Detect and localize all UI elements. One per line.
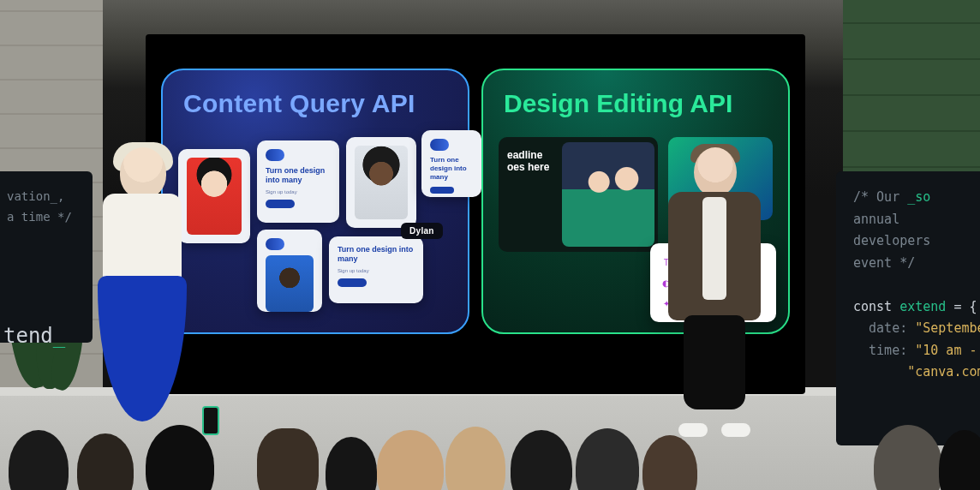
code-line: a time */ xyxy=(7,210,72,224)
code-line: developers xyxy=(853,233,930,248)
code-keyword: _so xyxy=(907,189,930,205)
hero-line-1: eadline xyxy=(507,149,542,161)
card-cta-button xyxy=(430,187,454,194)
presenter-left xyxy=(94,147,188,430)
card-headline: Turn one design into many xyxy=(430,156,473,182)
code-line: = { xyxy=(946,299,977,314)
card-cta-button xyxy=(266,200,295,208)
audience-head xyxy=(9,430,69,490)
audience-head xyxy=(511,430,572,490)
stage-backdrop: Content Query API Turn one design into m… xyxy=(0,0,980,490)
code-line: vation_, xyxy=(7,189,64,203)
card-headline: Turn one design into many xyxy=(338,245,415,265)
code-line: annual xyxy=(853,212,899,227)
hero-photo xyxy=(562,142,654,247)
audience-head xyxy=(445,427,505,490)
hero-headline: eadline oes here xyxy=(507,149,549,174)
audience-head xyxy=(874,425,942,490)
panel-content-query-api: Content Query API Turn one design into m… xyxy=(161,69,469,334)
code-var: extend xyxy=(899,299,946,314)
code-panel-left: vation_, a time */ xyxy=(0,171,93,343)
hero-line-2: oes here xyxy=(507,161,549,173)
card-text-2: Turn one design into many xyxy=(421,130,481,197)
code-string: "canva.com/canv xyxy=(907,364,980,379)
brand-logo-icon xyxy=(266,238,284,250)
audience-head xyxy=(642,435,697,490)
audience-head xyxy=(77,433,134,490)
panel-title: Design Editing API xyxy=(504,89,768,118)
code-line: const xyxy=(853,299,899,314)
card-text-1: Turn one design into many Sign up today xyxy=(257,140,339,223)
card-headline: Turn one design into many xyxy=(266,166,331,186)
audience-head xyxy=(326,437,377,490)
card-subtext: Sign up today xyxy=(266,189,331,194)
brand-logo-icon xyxy=(266,149,284,161)
cursor-icon: _ xyxy=(53,324,65,348)
card-subtext: Sign up today xyxy=(338,268,415,273)
card-portrait-3 xyxy=(257,230,322,312)
code-string: "10 am - 6 pm" xyxy=(915,343,980,358)
audience xyxy=(0,396,980,490)
audience-head xyxy=(576,428,639,490)
content-query-cards: Turn one design into many Sign up today … xyxy=(178,137,452,317)
code-line: event */ xyxy=(853,255,915,271)
brand-wordmark: tend_ xyxy=(3,324,65,348)
card-portrait-2 xyxy=(346,137,416,228)
presenter-right xyxy=(663,147,766,430)
card-portrait-1 xyxy=(178,149,250,243)
panel-title: Content Query API xyxy=(183,89,447,118)
brand-text: tend xyxy=(3,324,53,348)
audience-head xyxy=(377,430,444,490)
card-cta-button xyxy=(338,278,367,287)
code-line: /* Our xyxy=(853,189,907,205)
audience-head xyxy=(939,430,980,490)
name-tag: Dylan xyxy=(401,223,443,239)
card-text-3: Turn one design into many Sign up today xyxy=(329,236,423,303)
code-key: time: xyxy=(869,343,907,358)
brand-logo-icon xyxy=(430,139,449,151)
phone-icon xyxy=(202,406,219,435)
audience-head xyxy=(257,428,319,490)
code-string: "September 25, xyxy=(915,320,980,336)
hero-card: eadline oes here xyxy=(499,137,658,252)
code-key: date: xyxy=(869,320,907,336)
